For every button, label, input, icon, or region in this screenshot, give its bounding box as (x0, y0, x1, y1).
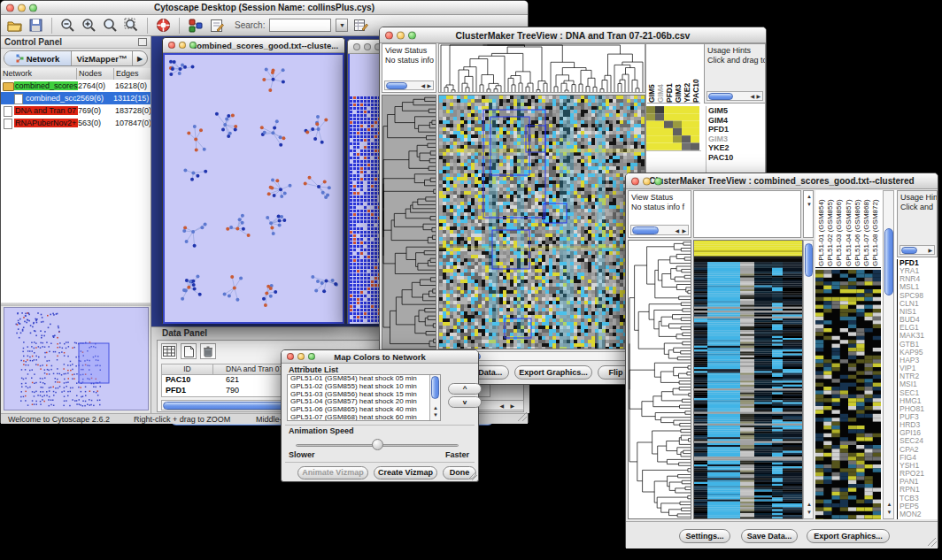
tv2-col-scroll-strip[interactable]: ▲ ▼ (803, 190, 814, 238)
network-tree-row[interactable]: combined_scores2764(0)16218(0) (1, 80, 151, 92)
attribute-list-item[interactable]: GPL51-03 (GSM856) heat shock 15 min (288, 391, 429, 399)
attribute-browser-icon[interactable] (352, 17, 369, 34)
dialog-title-bar[interactable]: Map Colors to Network (282, 350, 478, 364)
close-icon[interactable] (385, 31, 393, 39)
column-header-network[interactable]: Network (1, 68, 77, 80)
table-mode-icon[interactable] (161, 343, 177, 359)
minimize-icon[interactable] (179, 42, 186, 49)
open-session-icon[interactable] (6, 17, 23, 34)
move-up-button[interactable]: ^ (448, 383, 482, 395)
scroll-right-icon[interactable]: ▶ (510, 403, 514, 410)
close-icon[interactable] (6, 4, 14, 12)
tv1-column-label[interactable]: GIM4 (656, 50, 664, 103)
tv2-row-dendrogram[interactable] (628, 240, 691, 519)
minimize-icon[interactable] (397, 31, 405, 39)
scroll-up-icon[interactable]: ▲ (433, 405, 438, 411)
zoom-window-icon[interactable] (654, 177, 662, 185)
annotation-icon[interactable] (208, 17, 225, 34)
tv2-column-label[interactable]: GPL51-01 (GSM854) (817, 192, 826, 266)
column-header-nodes[interactable]: Nodes (77, 68, 114, 80)
tv1-gene-item[interactable]: YKE2 (706, 143, 764, 153)
network-overview-panel[interactable] (4, 307, 149, 410)
animation-slider[interactable] (296, 439, 459, 451)
attribute-list-item[interactable]: GPL51-02 (GSM855) heat shock 10 min (288, 383, 429, 391)
minimize-icon[interactable] (364, 43, 371, 50)
tv1-column-label[interactable]: GIM5 (647, 50, 655, 103)
zoom-window-icon[interactable] (29, 4, 37, 12)
tv2-gene-list[interactable]: PFD1YRA1RNR4MSL1SPC98CLN1NIS1BUD4ELG1MAK… (897, 259, 938, 519)
scroll-down-icon[interactable]: ▼ (807, 202, 812, 208)
tv1-gene-item[interactable]: PAC10 (706, 153, 764, 163)
tv1-column-dendrogram[interactable] (438, 43, 645, 93)
treeview1-title-bar[interactable]: ClusterMaker TreeView : DNA and Tran 07-… (380, 27, 766, 43)
tv1-usage-hints-scrollbar[interactable]: ◀ ▶ (706, 91, 763, 101)
panel-splitter[interactable] (1, 303, 151, 306)
resize-grip[interactable] (518, 412, 527, 421)
scroll-right-icon[interactable]: ▶ (756, 94, 761, 100)
move-down-button[interactable]: v (448, 396, 482, 408)
scroll-left-icon[interactable]: ◀ (421, 83, 425, 89)
tv1-gene-list[interactable]: GIM5GIM4PFD1GIM3YKE2PAC10 (706, 106, 764, 177)
tab-more-arrow[interactable]: ▶ (133, 51, 147, 65)
network-canvas[interactable] (165, 55, 343, 322)
help-icon[interactable] (155, 17, 172, 34)
minimize-icon[interactable] (297, 353, 305, 360)
close-icon[interactable] (353, 43, 360, 50)
scroll-left-icon[interactable]: ◀ (750, 94, 754, 100)
tv2-save-data-button[interactable]: Save Data... (741, 529, 798, 543)
tv1-gene-item[interactable]: GIM5 (706, 106, 764, 116)
tv2-gene-list-scrollbar[interactable]: ▲ ▼ (883, 190, 894, 519)
attribute-list-item[interactable]: GPL51-06 (GSM865) heat shock 40 min (288, 406, 429, 414)
tv1-export-graphics-button[interactable]: Export Graphics... (514, 365, 592, 380)
scroll-left-icon[interactable]: ◀ (499, 403, 504, 410)
resize-grip[interactable] (928, 538, 937, 547)
tv1-column-label[interactable]: YKE2 (683, 50, 691, 103)
slider-thumb[interactable] (372, 439, 383, 450)
tv2-gene-item[interactable]: MON2 (898, 510, 938, 518)
attribute-list-item[interactable]: GPL51-07 (GSM868) heat shock 60 min (288, 414, 429, 421)
scroll-down-icon[interactable]: ▼ (887, 510, 892, 516)
tv2-column-label[interactable]: GPL51-06 (GSM865) (853, 192, 862, 266)
tv1-column-label[interactable]: PFD1 (665, 50, 673, 103)
tv1-gene-item[interactable]: GIM3 (706, 134, 764, 144)
attribute-list-item[interactable]: GPL51-01 (GSM854) heat shock 05 min (288, 375, 429, 383)
scroll-up-icon[interactable]: ▲ (887, 502, 892, 508)
main-title-bar[interactable]: Cytoscape Desktop (Session Name: collins… (1, 1, 528, 15)
tv1-row-dendrogram[interactable] (382, 95, 436, 349)
zoom-in-icon[interactable] (81, 17, 97, 34)
animate-vizmap-button[interactable]: Animate Vizmap (297, 466, 368, 479)
new-attribute-icon[interactable] (181, 343, 197, 359)
scroll-up-icon[interactable]: ▲ (807, 194, 812, 200)
tv1-column-label[interactable]: GIM3 (674, 50, 682, 103)
tv2-column-label[interactable]: GPL51-03 (GSM856) (835, 192, 844, 266)
zoom-window-icon[interactable] (308, 353, 315, 360)
tv2-column-label[interactable]: GPL51-02 (GSM855) (826, 192, 835, 266)
attribute-listbox[interactable]: GPL51-01 (GSM854) heat shock 05 minGPL51… (287, 374, 441, 421)
close-icon[interactable] (168, 42, 175, 49)
tv2-view-status-scrollbar[interactable]: ◀ ▶ (630, 225, 689, 235)
scroll-down-icon[interactable]: ▼ (433, 412, 438, 418)
zoom-out-icon[interactable] (59, 17, 76, 34)
tv2-column-label[interactable]: GPL51-04 (GSM857) (845, 192, 853, 266)
attribute-list-vscrollbar[interactable]: ▲ ▼ (429, 375, 440, 420)
minimize-icon[interactable] (18, 4, 26, 12)
tv2-usage-hints-scrollbar[interactable]: ▶ (900, 245, 935, 255)
tv1-column-label[interactable]: PAC10 (691, 50, 699, 103)
tv2-heatmap-panel[interactable] (693, 240, 803, 519)
attribute-list-item[interactable]: GPL51-04 (GSM857) heat shock 20 min (288, 398, 429, 406)
scroll-up-icon[interactable]: ▲ (807, 502, 812, 508)
tab-network[interactable]: Network (4, 51, 72, 65)
resize-grip[interactable] (468, 472, 477, 480)
tv1-correlation-matrix[interactable] (646, 106, 701, 151)
tv2-column-label[interactable]: GPL51-08 (GSM872) (871, 192, 880, 266)
scroll-left-icon[interactable]: ◀ (675, 228, 679, 234)
network-tree-row[interactable]: combined_sco2569(6)13112(15) (1, 92, 151, 104)
network-tree-row[interactable]: RNAPuberNov2+563(0)107847(0) (1, 117, 151, 129)
zoom-selected-icon[interactable] (102, 17, 119, 34)
search-input[interactable] (269, 19, 331, 32)
tv2-detail-heatmap-panel[interactable] (815, 270, 881, 519)
delete-attribute-icon[interactable] (200, 343, 216, 359)
tv1-gene-item[interactable]: PFD1 (706, 125, 764, 134)
treeview2-title-bar[interactable]: ClusterMaker TreeView : combined_scores_… (626, 173, 938, 189)
tv1-view-status-scrollbar[interactable]: ◀ ▶ (384, 81, 434, 90)
